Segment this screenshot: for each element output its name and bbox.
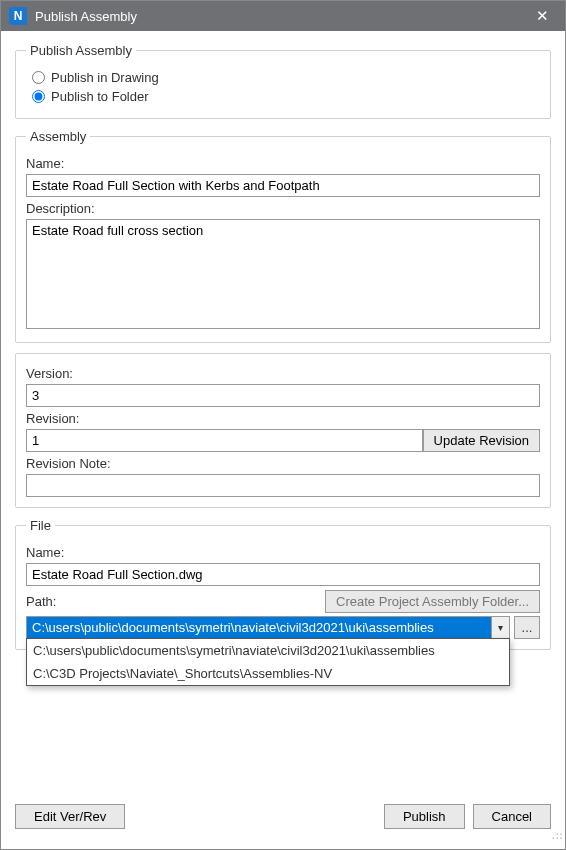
browse-button[interactable]: ... xyxy=(514,616,540,639)
chevron-down-icon[interactable]: ▾ xyxy=(491,617,509,638)
assembly-desc-label: Description: xyxy=(26,201,540,216)
version-input[interactable] xyxy=(26,384,540,407)
app-icon: N xyxy=(9,7,27,25)
assembly-name-label: Name: xyxy=(26,156,540,171)
radio-publish-to-folder-row[interactable]: Publish to Folder xyxy=(32,89,540,104)
radio-publish-in-drawing-label: Publish in Drawing xyxy=(51,70,159,85)
resize-grip-icon[interactable]: • •• • • xyxy=(548,832,562,846)
titlebar: N Publish Assembly ✕ xyxy=(1,1,565,31)
revision-note-input[interactable] xyxy=(26,474,540,497)
assembly-name-input[interactable] xyxy=(26,174,540,197)
assembly-group: Assembly Name: Description: Estate Road … xyxy=(15,129,551,343)
dropdown-item[interactable]: C:\C3D Projects\Naviate\_Shortcuts\Assem… xyxy=(27,662,509,685)
assembly-legend: Assembly xyxy=(26,129,90,144)
radio-publish-to-folder[interactable] xyxy=(32,90,45,103)
file-name-label: Name: xyxy=(26,545,540,560)
file-legend: File xyxy=(26,518,55,533)
path-combobox[interactable]: ▾ C:\users\public\documents\symetri\navi… xyxy=(26,616,510,639)
path-label: Path: xyxy=(26,594,56,609)
cancel-button[interactable]: Cancel xyxy=(473,804,551,829)
file-group: File Name: Path: Create Project Assembly… xyxy=(15,518,551,650)
path-input[interactable] xyxy=(27,617,491,638)
revision-note-label: Revision Note: xyxy=(26,456,540,471)
publish-group-legend: Publish Assembly xyxy=(26,43,136,58)
assembly-desc-input[interactable]: Estate Road full cross section xyxy=(26,219,540,329)
close-icon[interactable]: ✕ xyxy=(527,7,557,25)
create-project-folder-button[interactable]: Create Project Assembly Folder... xyxy=(325,590,540,613)
edit-ver-rev-button[interactable]: Edit Ver/Rev xyxy=(15,804,125,829)
publish-group: Publish Assembly Publish in Drawing Publ… xyxy=(15,43,551,119)
revision-label: Revision: xyxy=(26,411,540,426)
path-dropdown: C:\users\public\documents\symetri\naviat… xyxy=(26,638,510,686)
update-revision-button[interactable]: Update Revision xyxy=(423,429,540,452)
window-title: Publish Assembly xyxy=(35,9,527,24)
file-name-input[interactable] xyxy=(26,563,540,586)
publish-button[interactable]: Publish xyxy=(384,804,465,829)
dropdown-item[interactable]: C:\users\public\documents\symetri\naviat… xyxy=(27,639,509,662)
version-label: Version: xyxy=(26,366,540,381)
version-group: Version: Revision: Update Revision Revis… xyxy=(15,353,551,508)
revision-input[interactable] xyxy=(26,429,423,452)
radio-publish-to-folder-label: Publish to Folder xyxy=(51,89,149,104)
radio-publish-in-drawing[interactable] xyxy=(32,71,45,84)
footer: Edit Ver/Rev Publish Cancel xyxy=(15,804,551,829)
radio-publish-in-drawing-row[interactable]: Publish in Drawing xyxy=(32,70,540,85)
